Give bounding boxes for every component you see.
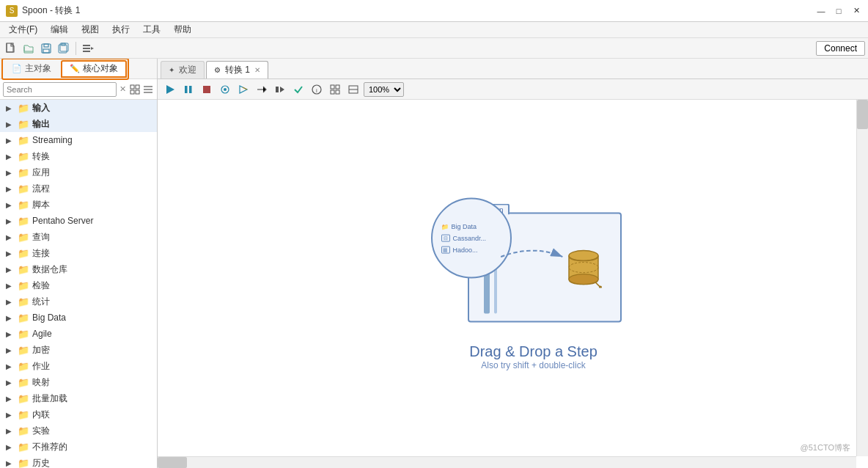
tree-item-streaming[interactable]: ▶ 📁 Streaming (0, 132, 157, 148)
replay-button[interactable] (254, 82, 270, 97)
save-button[interactable] (38, 40, 54, 56)
main-objects-label: 主对象 (25, 62, 51, 75)
chevron-icon: ▶ (6, 249, 15, 257)
tree-item-experiment[interactable]: ▶ 📁 实验 (0, 423, 157, 439)
folder-icon: 📁 (18, 200, 29, 211)
maximize-button[interactable]: □ (833, 5, 845, 17)
main-layout: 📄 主对象 ✏️ 核心对象 ✕ (0, 59, 868, 468)
tree-item-flow[interactable]: ▶ 📁 流程 (0, 180, 157, 197)
save-all-button[interactable] (56, 40, 72, 56)
tree-item-app[interactable]: ▶ 📁 应用 (0, 164, 157, 180)
collapse-all-button[interactable] (129, 84, 141, 95)
menu-help[interactable]: 帮助 (168, 22, 197, 37)
zoom-select[interactable]: 100% 50% 75% 125% 150% 200% (364, 82, 404, 97)
left-panel: 📄 主对象 ✏️ 核心对象 ✕ (0, 59, 158, 468)
core-objects-icon: ✏️ (70, 64, 80, 73)
tree-item-bulk[interactable]: ▶ 📁 批量加载 (0, 390, 157, 406)
folder-icon: 📁 (18, 361, 29, 372)
debug-button[interactable] (235, 82, 251, 97)
menu-file[interactable]: 文件(F) (3, 22, 43, 37)
search-clear-button[interactable]: ✕ (118, 84, 128, 94)
menu-bar: 文件(F) 编辑 视图 执行 工具 帮助 (0, 22, 868, 38)
tab-transform[interactable]: ⚙ 转换 1 ✕ (206, 61, 268, 78)
menu-edit[interactable]: 编辑 (45, 22, 74, 37)
tree-item-pentaho[interactable]: ▶ 📁 Pentaho Server (0, 213, 157, 229)
watermark: @51CTO博客 (801, 442, 850, 453)
tree-item-agile[interactable]: ▶ 📁 Agile (0, 326, 157, 342)
expand-all-button[interactable] (142, 84, 154, 95)
svg-rect-8 (83, 45, 90, 46)
connect-button[interactable]: Connect (816, 41, 865, 56)
tree-item-bigdata[interactable]: ▶ 📁 Big Data (0, 310, 157, 326)
folder-icon: 📁 (18, 345, 29, 356)
tree-item-encrypt[interactable]: ▶ 📁 加密 (0, 342, 157, 358)
tree-item-query[interactable]: ▶ 📁 查询 (0, 229, 157, 245)
chevron-icon: ▶ (6, 459, 15, 467)
close-button[interactable]: ✕ (850, 5, 862, 17)
chevron-icon: ▶ (6, 298, 15, 306)
open-button[interactable] (21, 40, 37, 56)
window-controls: — □ ✕ (815, 5, 862, 17)
new-button[interactable] (3, 40, 19, 56)
chevron-icon: ▶ (6, 266, 15, 274)
svg-rect-30 (331, 85, 334, 89)
menu-tools[interactable]: 工具 (137, 22, 166, 37)
chevron-icon: ▶ (6, 427, 15, 435)
grid-button[interactable] (327, 82, 343, 97)
tree-item-transform[interactable]: ▶ 📁 转换 (0, 148, 157, 164)
svg-rect-13 (136, 85, 139, 89)
svg-rect-15 (136, 90, 139, 94)
vertical-scrollbar[interactable] (856, 100, 868, 456)
tree-item-script[interactable]: ▶ 📁 脚本 (0, 197, 157, 213)
folder-icon: 📁 (18, 296, 29, 307)
svg-point-24 (224, 88, 227, 91)
tab-close-button[interactable]: ✕ (254, 66, 260, 74)
scroll-thumb-horizontal[interactable] (158, 457, 187, 468)
dnd-zoom-circle: 📁 Big Data ⊟ Cassandr... ▦ Hadoo... (431, 198, 512, 279)
minimize-button[interactable]: — (815, 5, 827, 17)
tree-item-mapping[interactable]: ▶ 📁 映射 (0, 374, 157, 390)
hadoop-icon: ▦ (441, 246, 450, 254)
tree-item-deprecated[interactable]: ▶ 📁 不推荐的 (0, 439, 157, 455)
chevron-icon: ▶ (6, 282, 15, 290)
canvas-area[interactable]: Design (158, 100, 868, 468)
pause-button[interactable] (180, 82, 196, 97)
tree-item-dw[interactable]: ▶ 📁 数据仓库 (0, 261, 157, 277)
step-button[interactable] (272, 82, 288, 97)
check-button[interactable] (290, 82, 306, 97)
tab-welcome[interactable]: ✦ 欢迎 (161, 61, 205, 78)
tree-item-output[interactable]: ▶ 📁 输出 (0, 116, 157, 132)
search-input[interactable] (3, 82, 117, 97)
run-button[interactable] (162, 82, 178, 97)
svg-rect-33 (336, 90, 339, 94)
scroll-thumb-vertical[interactable] (857, 100, 868, 129)
stop-button[interactable] (199, 82, 215, 97)
tab-core-objects[interactable]: ✏️ 核心对象 (61, 60, 127, 78)
preview-button[interactable] (217, 82, 233, 97)
folder-icon: 📁 (18, 409, 29, 420)
layout-button[interactable] (345, 82, 361, 97)
svg-marker-11 (91, 47, 94, 50)
tree-item-job[interactable]: ▶ 📁 作业 (0, 358, 157, 374)
menu-run[interactable]: 执行 (106, 22, 136, 37)
chevron-icon: ▶ (6, 120, 15, 128)
dnd-sub-label: Also try shift + double-click (469, 360, 597, 370)
transform-tab-icon: ⚙ (214, 66, 221, 74)
settings-dropdown-button[interactable] (80, 40, 96, 56)
tree-item-history[interactable]: ▶ 📁 历史 (0, 455, 157, 468)
tab-main-objects[interactable]: 📄 主对象 (4, 60, 59, 78)
svg-rect-10 (83, 51, 90, 52)
svg-point-37 (569, 274, 598, 285)
chevron-icon: ▶ (6, 346, 15, 354)
exec-toolbar: i 100% 50% 75% 125% 150% 200% (158, 79, 868, 100)
horizontal-scrollbar[interactable] (158, 456, 856, 468)
info-button[interactable]: i (309, 82, 325, 97)
folder-icon: 📁 (18, 119, 29, 130)
svg-rect-9 (83, 48, 90, 49)
menu-view[interactable]: 视图 (76, 22, 105, 37)
tree-item-validate[interactable]: ▶ 📁 检验 (0, 277, 157, 293)
tree-item-input[interactable]: ▶ 📁 输入 (0, 100, 157, 116)
tree-item-inline[interactable]: ▶ 📁 内联 (0, 406, 157, 423)
tree-item-stats[interactable]: ▶ 📁 统计 (0, 293, 157, 310)
tree-item-connect[interactable]: ▶ 📁 连接 (0, 245, 157, 261)
